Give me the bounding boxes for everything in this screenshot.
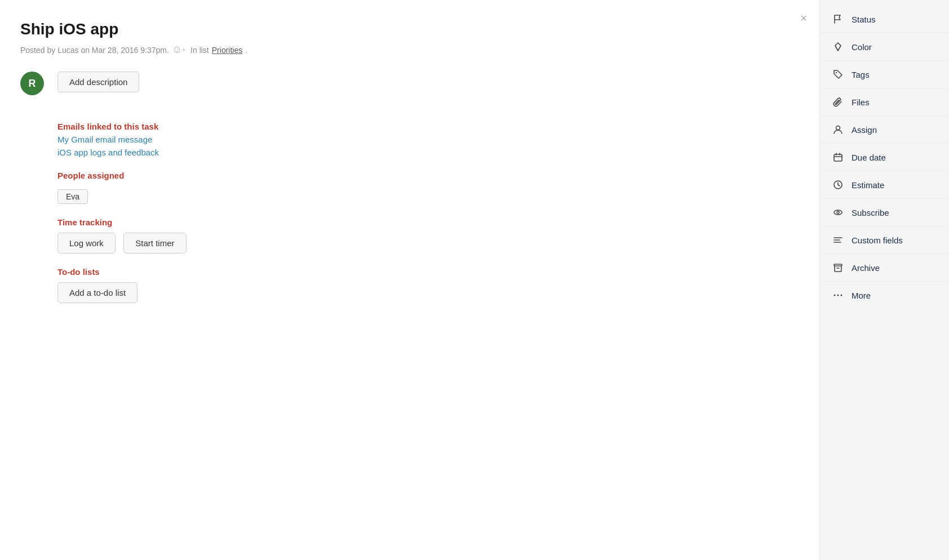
emoji-add-icon[interactable]: ☺+ (172, 44, 185, 56)
sidebar: Status Color Tags (819, 0, 949, 560)
content-area: R Add description Emails linked to this … (20, 72, 792, 335)
sidebar-assign-label: Assign (852, 125, 877, 135)
sidebar-item-archive[interactable]: Archive (820, 254, 949, 282)
sidebar-estimate-label: Estimate (852, 180, 884, 190)
time-tracking-label: Time tracking (57, 217, 792, 227)
people-section: People assigned Eva (57, 171, 792, 204)
sidebar-item-more[interactable]: More (820, 282, 949, 309)
tag-icon (832, 69, 844, 80)
sidebar-item-custom-fields[interactable]: Custom fields (820, 226, 949, 254)
emails-section: Emails linked to this task My Gmail emai… (57, 122, 792, 157)
todo-section: To-do lists Add a to-do list (57, 267, 792, 321)
add-description-button[interactable]: Add description (57, 72, 139, 92)
todo-section-label: To-do lists (57, 267, 792, 277)
task-title: Ship iOS app (20, 20, 792, 38)
list-link[interactable]: Priorities (212, 46, 242, 55)
meta-list-suffix: . (245, 46, 247, 55)
sidebar-item-tags[interactable]: Tags (820, 61, 949, 88)
svg-rect-6 (834, 264, 842, 266)
clock-icon (832, 179, 844, 190)
sidebar-item-files[interactable]: Files (820, 88, 949, 116)
sidebar-custom-fields-label: Custom fields (852, 235, 903, 245)
page-container: × Ship iOS app Posted by Lucas on Mar 28… (0, 0, 949, 560)
svg-point-9 (841, 295, 842, 296)
diamond-icon (832, 41, 844, 52)
meta-text: Posted by Lucas on Mar 28, 2016 9:37pm. (20, 46, 169, 55)
sidebar-item-status[interactable]: Status (820, 6, 949, 33)
person-icon (832, 124, 844, 135)
time-tracking-section: Time tracking Log work Start timer (57, 217, 792, 254)
task-body: Add description Emails linked to this ta… (57, 72, 792, 335)
start-timer-button[interactable]: Start timer (123, 233, 186, 254)
sidebar-tags-label: Tags (852, 70, 870, 79)
paperclip-icon (832, 96, 844, 108)
sidebar-due-date-label: Due date (852, 153, 886, 162)
archive-icon (832, 262, 844, 273)
people-section-label: People assigned (57, 171, 792, 180)
svg-point-7 (834, 295, 836, 296)
sidebar-item-subscribe[interactable]: Subscribe (820, 199, 949, 226)
sidebar-item-color[interactable]: Color (820, 33, 949, 61)
task-meta: Posted by Lucas on Mar 28, 2016 9:37pm. … (20, 44, 792, 56)
sidebar-item-due-date[interactable]: Due date (820, 144, 949, 171)
sidebar-more-label: More (852, 291, 871, 300)
calendar-icon (832, 152, 844, 163)
close-button[interactable]: × (800, 12, 807, 24)
sidebar-status-label: Status (852, 15, 876, 24)
svg-point-0 (836, 72, 837, 73)
person-tag-eva[interactable]: Eva (57, 189, 88, 204)
sidebar-subscribe-label: Subscribe (852, 208, 889, 217)
sidebar-item-estimate[interactable]: Estimate (820, 171, 949, 199)
sidebar-archive-label: Archive (852, 263, 880, 273)
eye-icon (832, 207, 844, 218)
svg-point-8 (837, 295, 839, 296)
email-link-2[interactable]: iOS app logs and feedback (57, 148, 792, 157)
sidebar-files-label: Files (852, 97, 870, 107)
sidebar-color-label: Color (852, 42, 872, 52)
flag-icon (832, 14, 844, 25)
log-work-button[interactable]: Log work (57, 233, 116, 254)
svg-point-1 (836, 126, 840, 130)
sidebar-item-assign[interactable]: Assign (820, 116, 949, 144)
emails-section-label: Emails linked to this task (57, 122, 792, 131)
main-content: × Ship iOS app Posted by Lucas on Mar 28… (0, 0, 819, 560)
avatar: R (20, 72, 44, 95)
svg-rect-2 (834, 154, 842, 161)
lines-icon (832, 234, 844, 246)
email-link-1[interactable]: My Gmail email message (57, 135, 792, 144)
add-todo-button[interactable]: Add a to-do list (57, 282, 138, 303)
dots-icon (832, 290, 844, 301)
meta-list-prefix: In list (190, 46, 209, 55)
svg-point-5 (837, 211, 839, 214)
